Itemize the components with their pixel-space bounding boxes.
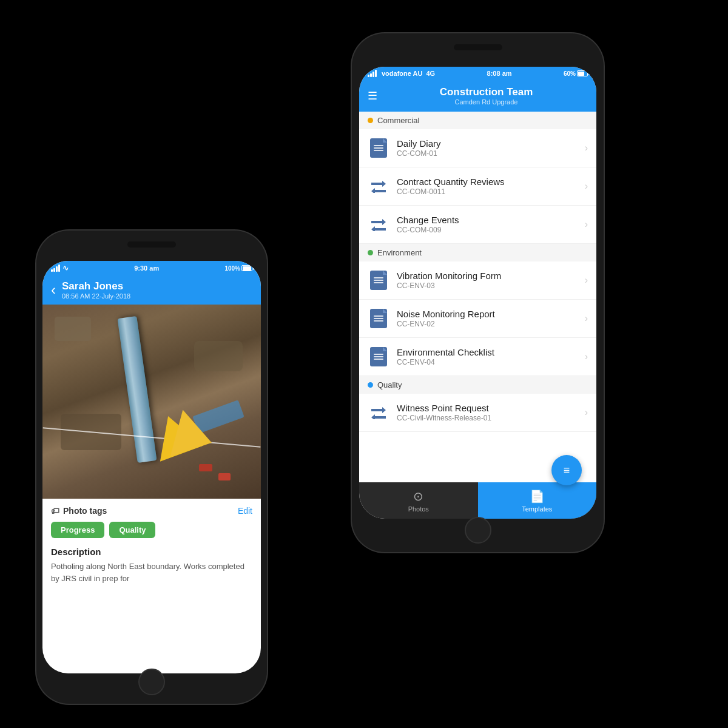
tag-icon: 🏷: [51, 506, 59, 516]
daily-diary-content: Daily Diary CC-COM-01: [397, 138, 585, 158]
doc-line: [374, 147, 383, 149]
back-button[interactable]: ‹: [51, 281, 56, 298]
env-checklist-title: Environmental Checklist: [397, 347, 585, 357]
list-item-witness[interactable]: Witness Point Request CC-Civil-Witness-R…: [359, 394, 596, 432]
doc-icon-2: [370, 271, 387, 290]
fab-filter-button[interactable]: ≡: [551, 455, 582, 485]
app-subtitle: Camden Rd Upgrade: [385, 98, 588, 106]
change-events-title: Change Events: [397, 215, 585, 225]
templates-icon: 📄: [530, 489, 545, 504]
battery-indicator: 100%: [224, 265, 252, 272]
env-checklist-content: Environmental Checklist CC-ENV-04: [397, 347, 585, 366]
camera-icon: ⊙: [413, 489, 423, 504]
bottom-navigation: ⊙ Photos 📄 Templates: [359, 482, 596, 519]
right-phone: vodafone AU 4G 8:08 am 60% ☰ Constructio…: [352, 33, 604, 552]
photo-image: [42, 305, 261, 499]
doc-lines-4: [374, 352, 383, 361]
signal-bars: [51, 265, 60, 272]
left-time: 9:30 am: [134, 265, 159, 272]
vibration-content: Vibration Monitoring Form CC-ENV-03: [397, 271, 585, 290]
chevron-icon-4: ›: [585, 275, 588, 286]
right-battery-icon: [577, 70, 588, 76]
change-events-content: Change Events CC-COM-009: [397, 215, 585, 234]
commercial-label: Commercial: [377, 116, 419, 125]
left-header: ‹ Sarah Jones 08:56 AM 22-July-2018: [42, 275, 261, 305]
env-checklist-icon: [368, 346, 389, 368]
list-item-change-events[interactable]: Change Events CC-COM-009 ›: [359, 206, 596, 244]
doc-icon-4: [370, 347, 387, 366]
right-battery: 60%: [564, 70, 588, 77]
exchange-icon: [370, 180, 387, 193]
photo-tags-row: 🏷 Photo tags Edit: [51, 506, 252, 516]
doc-icon: [370, 138, 387, 158]
photo-container: [42, 305, 261, 499]
home-button-right[interactable]: [465, 517, 491, 544]
quality-label: Quality: [377, 380, 402, 389]
change-events-sub: CC-COM-009: [397, 226, 585, 234]
network-type: 4G: [426, 70, 435, 77]
daily-diary-icon: [368, 137, 389, 159]
photos-label: Photos: [408, 505, 429, 513]
description-title: Description: [51, 547, 252, 557]
description-text: Potholing along North East boundary. Wor…: [51, 561, 252, 584]
edit-button[interactable]: Edit: [238, 506, 252, 516]
doc-line: [374, 150, 383, 151]
list-item-contract-quantity[interactable]: Contract Quantity Reviews CC-COM-0011 ›: [359, 167, 596, 206]
home-button-left[interactable]: [138, 669, 165, 695]
witness-title: Witness Point Request: [397, 403, 585, 413]
doc-icon-3: [370, 309, 387, 328]
vibration-sub: CC-ENV-03: [397, 281, 585, 290]
wifi-indicator: ∿: [62, 264, 69, 272]
contract-quantity-icon: [368, 175, 389, 197]
doc-lines-3: [374, 314, 383, 323]
section-commercial: Commercial: [359, 112, 596, 129]
chevron-icon-2: ›: [585, 181, 588, 192]
right-app-header: ☰ Construction Team Camden Rd Upgrade: [359, 80, 596, 112]
noise-title: Noise Monitoring Report: [397, 309, 585, 319]
nav-photos[interactable]: ⊙ Photos: [359, 482, 478, 519]
witness-sub: CC-Civil-Witness-Release-01: [397, 414, 585, 422]
app-title: Construction Team: [385, 86, 588, 98]
contract-quantity-title: Contract Quantity Reviews: [397, 177, 585, 187]
left-phone-screen: ∿ 9:30 am 100% ‹ Sarah Jones 08:56 AM 22…: [42, 261, 261, 673]
photo-info-panel: 🏷 Photo tags Edit Progress Quality Descr…: [42, 499, 261, 592]
right-time: 8:08 am: [487, 70, 512, 77]
right-phone-screen: vodafone AU 4G 8:08 am 60% ☰ Constructio…: [359, 67, 596, 519]
environment-label: Environment: [377, 248, 422, 257]
doc-lines-2: [374, 276, 383, 285]
list-item-noise[interactable]: Noise Monitoring Report CC-ENV-02 ›: [359, 300, 596, 338]
daily-diary-title: Daily Diary: [397, 138, 585, 149]
env-checklist-sub: CC-ENV-04: [397, 358, 585, 366]
list-item-daily-diary[interactable]: Daily Diary CC-COM-01 ›: [359, 129, 596, 167]
tag-progress[interactable]: Progress: [51, 522, 104, 538]
environment-dot: [368, 250, 373, 255]
chevron-icon: ›: [585, 143, 588, 153]
tag-quality[interactable]: Quality: [109, 522, 155, 538]
list-item-vibration[interactable]: Vibration Monitoring Form CC-ENV-03 ›: [359, 261, 596, 300]
carrier-name: vodafone AU: [382, 70, 422, 77]
commercial-dot: [368, 118, 373, 123]
tags-row: Progress Quality: [51, 522, 252, 538]
templates-label: Templates: [522, 505, 552, 513]
quality-dot: [368, 382, 373, 388]
doc-line: [374, 145, 383, 146]
chevron-icon-7: ›: [585, 407, 588, 418]
chevron-icon-5: ›: [585, 313, 588, 324]
witness-icon: [368, 402, 389, 423]
change-events-icon: [368, 214, 389, 235]
hamburger-menu[interactable]: ☰: [368, 89, 377, 103]
section-environment: Environment: [359, 244, 596, 261]
chevron-icon-6: ›: [585, 351, 588, 362]
witness-content: Witness Point Request CC-Civil-Witness-R…: [397, 403, 585, 422]
right-signal-bars: [368, 70, 377, 77]
exchange-icon-3: [370, 406, 387, 419]
chevron-icon-3: ›: [585, 219, 588, 230]
user-name: Sarah Jones: [62, 280, 130, 292]
nav-templates[interactable]: 📄 Templates: [478, 482, 597, 519]
daily-diary-sub: CC-COM-01: [397, 149, 585, 158]
section-quality: Quality: [359, 376, 596, 394]
vibration-title: Vibration Monitoring Form: [397, 271, 585, 281]
photo-tags-label: 🏷 Photo tags: [51, 506, 107, 516]
header-center: Construction Team Camden Rd Upgrade: [385, 86, 588, 106]
list-item-env-checklist[interactable]: Environmental Checklist CC-ENV-04 ›: [359, 338, 596, 376]
